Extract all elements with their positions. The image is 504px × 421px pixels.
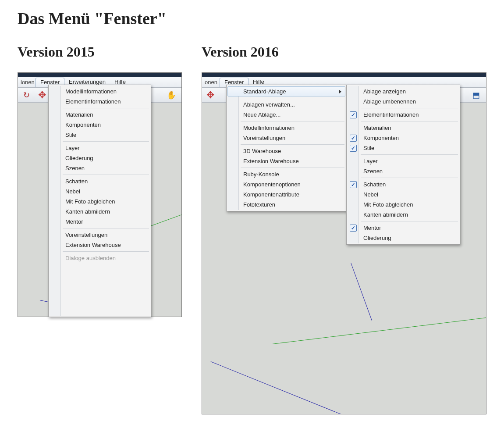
move-icon[interactable]: ✥ bbox=[205, 89, 216, 101]
menu-item-label: Voreinstellungen bbox=[243, 135, 285, 141]
fenster-menu-2016: Standard-AblageAblagen verwalten...Neue … bbox=[226, 85, 347, 211]
menu-item-mentor[interactable]: Mentor bbox=[50, 217, 150, 227]
menu-separator bbox=[63, 175, 149, 175]
window-titlebar bbox=[202, 73, 486, 77]
menu-item-szenen[interactable]: Szenen bbox=[50, 163, 150, 173]
menu-item-gliederung[interactable]: Gliederung bbox=[50, 153, 150, 163]
menu-item-komponentenoptionen[interactable]: Komponentenoptionen bbox=[227, 179, 345, 189]
menu-separator bbox=[361, 108, 458, 108]
menu-separator bbox=[241, 121, 344, 121]
menu-item-label: Mit Foto abgleichen bbox=[65, 198, 115, 205]
menu-item-label: 3D Warehouse bbox=[243, 148, 281, 154]
menu-item-3d-warehouse[interactable]: 3D Warehouse bbox=[227, 146, 345, 156]
menu-item-mit-foto-abgleichen[interactable]: Mit Foto abgleichen bbox=[50, 196, 150, 207]
menu-separator bbox=[361, 178, 458, 178]
menu-item-label: Kanten abmildern bbox=[65, 208, 110, 215]
menu-item-szenen[interactable]: Szenen bbox=[348, 166, 459, 176]
menu-separator bbox=[241, 168, 344, 168]
menu-item-label: Modellinformationen bbox=[65, 88, 117, 95]
menu-item-ablage-anzeigen[interactable]: Ablage anzeigen bbox=[348, 86, 459, 96]
menu-item-komponenten[interactable]: Komponenten bbox=[50, 120, 150, 130]
menu-item-voreinstellungen[interactable]: Voreinstellungen bbox=[50, 230, 150, 240]
menubar-partial-item[interactable]: onen bbox=[202, 77, 220, 87]
menu-item-mit-foto-abgleichen[interactable]: Mit Foto abgleichen bbox=[348, 200, 459, 210]
model-edge-green bbox=[272, 316, 486, 344]
menu-item-ablage-umbenennen[interactable]: Ablage umbenennen bbox=[348, 96, 459, 107]
menu-item-gliederung[interactable]: Gliederung bbox=[348, 233, 459, 243]
menu-item-nebel[interactable]: Nebel bbox=[348, 189, 459, 200]
menu-item-kanten-abmildern[interactable]: Kanten abmildern bbox=[50, 207, 150, 217]
menu-item-modellinformationen[interactable]: Modellinformationen bbox=[227, 123, 345, 133]
checked-icon: ✓ bbox=[350, 111, 357, 118]
window-titlebar bbox=[18, 73, 181, 77]
move-icon[interactable]: ✥ bbox=[36, 89, 48, 101]
menu-item-label: Neue Ablage... bbox=[243, 111, 280, 118]
menu-item-stile[interactable]: ✓Stile bbox=[348, 143, 459, 153]
menu-item-label: Extension Warehouse bbox=[243, 158, 299, 164]
menu-item-label: Extension Warehouse bbox=[65, 242, 121, 248]
menu-item-label: Komponentenoptionen bbox=[243, 181, 301, 188]
menu-item-extension-warehouse[interactable]: Extension Warehouse bbox=[227, 156, 345, 166]
menu-separator bbox=[63, 141, 149, 142]
menu-item-label: Gliederung bbox=[363, 235, 391, 241]
fenster-menu-2015: ModellinformationenElementinformationenM… bbox=[48, 85, 151, 317]
toolbar-right-icon[interactable]: ⬒ bbox=[470, 89, 482, 101]
menu-item-label: Stile bbox=[363, 145, 374, 151]
menu-item-komponentenattribute[interactable]: Komponentenattribute bbox=[227, 189, 345, 200]
menu-item-label: Elementinformationen bbox=[363, 111, 419, 118]
menu-item-label: Standard-Ablage bbox=[243, 88, 286, 95]
menu-item-nebel[interactable]: Nebel bbox=[50, 186, 150, 196]
menu-separator bbox=[241, 144, 344, 145]
menu-item-label: Mentor bbox=[363, 225, 381, 231]
menu-item-elementinformationen[interactable]: ✓Elementinformationen bbox=[348, 110, 459, 120]
menu-item-label: Mit Foto abgleichen bbox=[363, 201, 413, 208]
menu-item-extension-warehouse[interactable]: Extension Warehouse bbox=[50, 240, 150, 250]
submenu-arrow-icon bbox=[339, 90, 341, 93]
menu-item-label: Materialien bbox=[65, 111, 93, 118]
menu-item-label: Szenen bbox=[65, 165, 85, 171]
menu-item-label: Dialoge ausblenden bbox=[65, 255, 116, 261]
menu-separator bbox=[361, 154, 458, 155]
menu-item-fototexturen[interactable]: Fototexturen bbox=[227, 200, 345, 210]
menu-item-mentor[interactable]: ✓Mentor bbox=[348, 223, 459, 233]
menu-item-materialien[interactable]: Materialien bbox=[50, 110, 150, 120]
menu-item-label: Ablage umbenennen bbox=[363, 98, 416, 105]
menu-item-layer[interactable]: Layer bbox=[50, 143, 150, 153]
menu-item-schatten[interactable]: Schatten bbox=[50, 176, 150, 186]
model-edge-blue bbox=[351, 263, 372, 321]
menu-item-dialoge-ausblenden[interactable]: Dialoge ausblenden bbox=[50, 253, 150, 263]
menu-item-label: Layer bbox=[65, 145, 80, 151]
menu-item-neue-ablage[interactable]: Neue Ablage... bbox=[227, 110, 345, 120]
orbit-icon[interactable]: ↻ bbox=[21, 89, 32, 101]
menu-item-ruby-konsole[interactable]: Ruby-Konsole bbox=[227, 169, 345, 179]
menu-item-layer[interactable]: Layer bbox=[348, 156, 459, 166]
menubar-partial-item[interactable]: ionen bbox=[18, 77, 35, 87]
pan-hand-icon[interactable]: ✋ bbox=[166, 89, 177, 101]
menu-separator bbox=[361, 221, 458, 221]
menu-item-ablagen-verwalten[interactable]: Ablagen verwalten... bbox=[227, 100, 345, 110]
menu-item-label: Schatten bbox=[65, 178, 88, 185]
menu-item-komponenten[interactable]: ✓Komponenten bbox=[348, 133, 459, 143]
menu-item-label: Ruby-Konsole bbox=[243, 171, 279, 178]
menu-item-materialien[interactable]: Materialien bbox=[348, 123, 459, 133]
menu-item-modellinformationen[interactable]: Modellinformationen bbox=[50, 86, 150, 96]
menu-separator bbox=[241, 98, 344, 98]
page-title: Das Menü "Fenster" bbox=[18, 9, 167, 28]
version-2015-label: Version 2015 bbox=[18, 44, 95, 60]
checked-icon: ✓ bbox=[350, 181, 357, 188]
menu-item-kanten-abmildern[interactable]: Kanten abmildern bbox=[348, 210, 459, 220]
menu-item-schatten[interactable]: ✓Schatten bbox=[348, 179, 459, 189]
menu-item-voreinstellungen[interactable]: Voreinstellungen bbox=[227, 133, 345, 143]
checked-icon: ✓ bbox=[350, 135, 357, 142]
checked-icon: ✓ bbox=[350, 145, 357, 152]
menu-item-label: Layer bbox=[363, 158, 378, 164]
version-2016-label: Version 2016 bbox=[202, 44, 279, 60]
menu-item-label: Ablagen verwalten... bbox=[243, 101, 295, 108]
menu-separator bbox=[361, 121, 458, 121]
menu-item-label: Voreinstellungen bbox=[65, 232, 107, 238]
menu-separator bbox=[63, 228, 149, 228]
menu-item-label: Ablage anzeigen bbox=[363, 88, 406, 95]
menu-item-standard-ablage[interactable]: Standard-Ablage bbox=[227, 86, 345, 96]
menu-item-stile[interactable]: Stile bbox=[50, 130, 150, 140]
menu-item-elementinformationen[interactable]: Elementinformationen bbox=[50, 96, 150, 107]
